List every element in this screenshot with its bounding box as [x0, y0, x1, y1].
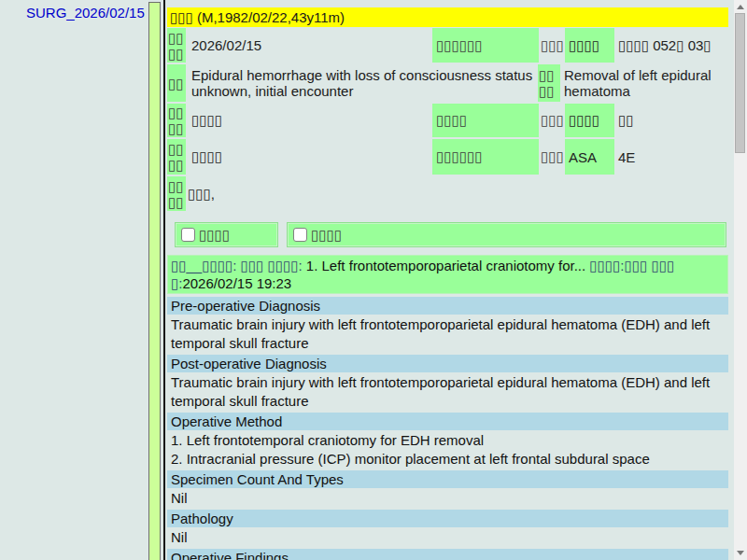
field-label: ▯▯▯ [541, 139, 563, 175]
tree-item-surg-report[interactable]: SURG_2026/02/15 [26, 5, 145, 21]
field-label: ▯▯▯▯ [565, 28, 614, 63]
section-header-operative-method: Operative Method [167, 413, 728, 430]
field-value: 2026/02/15 [188, 28, 432, 63]
panel-splitter[interactable] [148, 2, 161, 560]
section-header-postop-diagnosis: Post-operative Diagnosis [167, 355, 728, 372]
field-label: ▯▯▯▯ [538, 64, 560, 102]
field-label: ▯▯▯▯ [167, 28, 186, 63]
vertical-scrollbar[interactable] [734, 0, 747, 560]
field-label: ▯▯▯ [541, 28, 563, 63]
asa-class-value: 4E [618, 139, 728, 175]
section-header-pathology: Pathology [167, 510, 728, 527]
summary-author: ▯▯▯▯:▯▯▯ ▯▯▯ [589, 258, 674, 273]
checkbox-1[interactable] [181, 228, 195, 242]
field-value: ▯▯▯▯ 052▯ 03▯ [618, 28, 728, 63]
section-body-operative-method: 1. Left frontotemporal craniotomy for ED… [167, 431, 728, 469]
summary-datetime: 2026/02/15 19:23 [182, 275, 291, 291]
section-body-postop-diagnosis: Traumatic brain injury with left frontot… [167, 373, 728, 412]
section-body-specimen: Nil [167, 489, 728, 509]
field-value: ▯▯ [618, 104, 728, 137]
field-label: ▯▯▯▯ [167, 104, 186, 137]
field-label: ▯▯▯▯▯▯ [432, 28, 539, 63]
section-body-pathology: Nil [167, 528, 728, 548]
patient-title-bar: ▯▯▯ (M,1982/02/22,43y11m) [167, 7, 728, 27]
report-content: ▯▯▯ (M,1982/02/22,43y11m) ▯▯▯▯ 2026/02/1… [167, 0, 728, 560]
checkbox-1-label: ▯▯▯▯ [199, 227, 230, 244]
section-header-operative-findings: Operative Findings [167, 549, 728, 560]
table-row: ▯▯▯▯ ▯▯▯▯ ▯▯▯▯▯▯ ▯▯▯ ASA 4E [167, 139, 728, 175]
option-group-1: ▯▯▯▯ [175, 222, 278, 247]
operation-summary-line1: ▯▯__▯▯▯▯: ▯▯▯ ▯▯▯▯: 1. Left frontotempor… [171, 257, 725, 274]
summary-prefix: ▯▯__▯▯▯▯: ▯▯▯ ▯▯▯▯: [171, 258, 306, 273]
field-label: ▯▯▯▯ [565, 104, 614, 137]
scroll-up-arrow-icon[interactable] [737, 5, 744, 9]
table-row: ▯▯▯▯ ▯▯▯▯ ▯▯▯▯ ▯▯▯ ▯▯▯▯ ▯▯ [167, 104, 728, 137]
checkbox-2-label: ▯▯▯▯ [311, 227, 342, 244]
field-value: Removal of left epidural hematoma [564, 64, 728, 102]
option-group-2: ▯▯▯▯ [287, 222, 726, 247]
checkbox-2[interactable] [293, 228, 307, 242]
tree-panel: SURG_2026/02/15 [0, 0, 149, 560]
field-value: Epidural hemorrhage with loss of conscio… [188, 64, 538, 102]
app-window: SURG_2026/02/15 ▯▯▯ (M,1982/02/22,43y11m… [0, 0, 747, 560]
field-label: ▯▯▯▯▯▯ [432, 139, 539, 175]
field-label: ▯▯▯▯ [167, 176, 186, 211]
field-value: ▯▯▯, [188, 176, 728, 211]
operation-summary-line2: ▯:2026/02/15 19:23 [171, 274, 725, 292]
summary-operation-name: 1. Left frontotemporoparietal craniotomy… [306, 258, 590, 273]
section-header-preop-diagnosis: Pre-operative Diagnosis [167, 297, 728, 315]
table-row: ▯▯▯▯ ▯▯▯, [167, 176, 728, 211]
options-row: ▯▯▯▯ ▯▯▯▯ [175, 222, 728, 247]
section-body-preop-diagnosis: Traumatic brain injury with left frontot… [167, 315, 728, 354]
table-row: ▯▯▯▯ 2026/02/15 ▯▯▯▯▯▯ ▯▯▯ ▯▯▯▯ ▯▯▯▯ 052… [167, 28, 728, 63]
scrollbar-thumb[interactable] [735, 13, 745, 153]
section-header-specimen: Specimen Count And Types [167, 470, 728, 488]
field-label: ▯▯▯ [541, 104, 563, 137]
report-sections: Pre-operative Diagnosis Traumatic brain … [167, 297, 728, 560]
patient-info-table: ▯▯▯▯ 2026/02/15 ▯▯▯▯▯▯ ▯▯▯ ▯▯▯▯ ▯▯▯▯ 052… [167, 28, 728, 211]
field-value: ▯▯▯▯ [188, 104, 432, 137]
field-label: ▯▯ [167, 64, 186, 102]
asa-class-label: ASA [565, 139, 614, 175]
field-value: ▯▯▯▯ [188, 139, 432, 175]
field-label: ▯▯▯▯ [432, 104, 539, 137]
operation-summary-banner: ▯▯__▯▯▯▯: ▯▯▯ ▯▯▯▯: 1. Left frontotempor… [167, 255, 728, 294]
scroll-down-arrow-icon[interactable] [737, 551, 744, 555]
summary-date-label: ▯: [171, 275, 182, 291]
report-panel: ▯▯▯ (M,1982/02/22,43y11m) ▯▯▯▯ 2026/02/1… [163, 0, 747, 560]
table-row: ▯▯ Epidural hemorrhage with loss of cons… [167, 64, 728, 102]
field-label: ▯▯▯▯ [167, 139, 186, 175]
